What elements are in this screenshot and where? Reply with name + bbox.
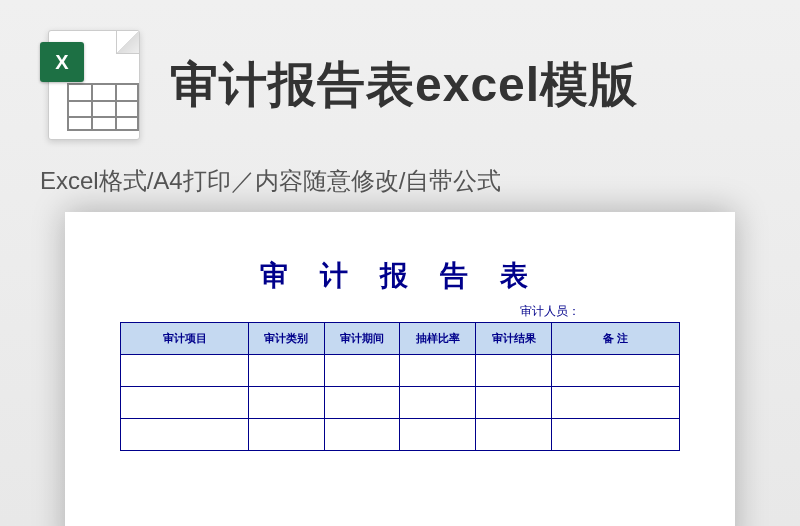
excel-badge-icon: X bbox=[40, 42, 84, 82]
table-row bbox=[121, 419, 680, 451]
page-subtitle: Excel格式/A4打印／内容随意修改/自带公式 bbox=[0, 155, 800, 212]
table-row bbox=[121, 355, 680, 387]
spreadsheet-grid-icon bbox=[67, 83, 139, 131]
excel-file-icon: X bbox=[40, 30, 150, 140]
table-row bbox=[121, 387, 680, 419]
document-title: 审 计 报 告 表 bbox=[120, 257, 680, 295]
column-header: 审计结果 bbox=[476, 323, 552, 355]
document-preview: 审 计 报 告 表 审计人员： 审计项目 审计类别 审计期间 抽样比率 审计结果… bbox=[65, 212, 735, 526]
audit-table: 审计项目 审计类别 审计期间 抽样比率 审计结果 备 注 bbox=[120, 322, 680, 451]
header-section: X 审计报告表excel模版 bbox=[0, 0, 800, 155]
table-header-row: 审计项目 审计类别 审计期间 抽样比率 审计结果 备 注 bbox=[121, 323, 680, 355]
column-header: 审计项目 bbox=[121, 323, 249, 355]
page-title: 审计报告表excel模版 bbox=[170, 53, 638, 117]
column-header: 抽样比率 bbox=[400, 323, 476, 355]
column-header: 备 注 bbox=[551, 323, 679, 355]
column-header: 审计类别 bbox=[249, 323, 325, 355]
column-header: 审计期间 bbox=[324, 323, 400, 355]
auditor-label: 审计人员： bbox=[120, 303, 680, 320]
